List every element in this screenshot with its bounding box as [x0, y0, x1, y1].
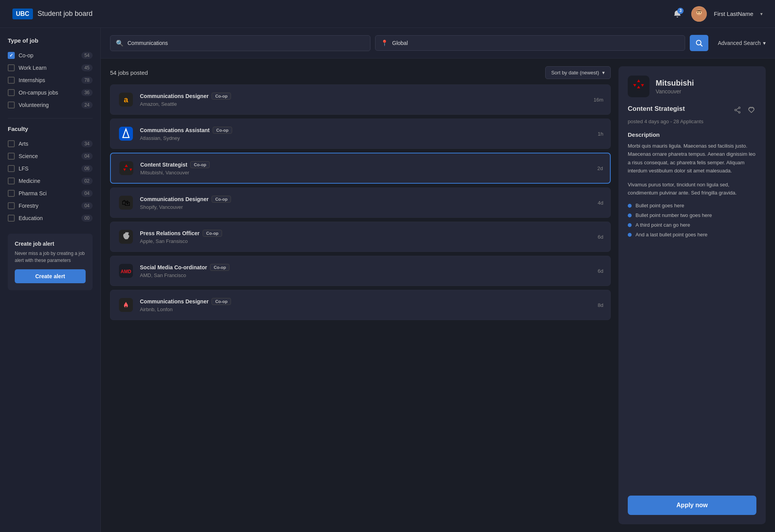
filter-count: 45: [81, 64, 93, 71]
filter-count: 36: [81, 89, 93, 96]
faculty-checkbox[interactable]: [8, 190, 15, 197]
sort-chevron: ▾: [602, 70, 605, 76]
job-card[interactable]: AMD Social Media Co-ordinator Co-op AMD,…: [110, 256, 611, 286]
faculty-checkbox[interactable]: [8, 202, 15, 209]
company-logo: [117, 125, 134, 142]
svg-line-30: [736, 110, 739, 112]
faculty-label: Education: [19, 215, 78, 221]
bullet-text: Bullet point goes here: [636, 203, 684, 208]
faculty-filter-item[interactable]: Education 00: [8, 212, 93, 224]
job-type-badge: Co-op: [212, 298, 231, 305]
job-list-header: 54 jobs posted Sort by date (newest) ▾: [110, 66, 611, 79]
job-card[interactable]: 🛍 Communications Designer Co-op Shopify,…: [110, 188, 611, 218]
job-alert-title: Create job alert: [15, 241, 86, 247]
job-company: Apple, San Fransisco: [140, 238, 592, 244]
create-alert-button[interactable]: Create alert: [15, 269, 86, 283]
job-type-badge: Co-op: [213, 127, 232, 134]
svg-marker-23: [633, 84, 636, 87]
job-time: 4d: [598, 200, 603, 206]
save-job-button[interactable]: [746, 105, 756, 117]
faculty-checkbox[interactable]: [8, 165, 15, 172]
job-company: Airbnb, Lonfon: [140, 306, 592, 312]
svg-text:AMD: AMD: [121, 269, 131, 274]
faculty-filter-item[interactable]: Science 04: [8, 150, 93, 162]
share-button[interactable]: [732, 105, 742, 117]
sort-dropdown[interactable]: Sort by date (newest) ▾: [545, 66, 611, 79]
type-filter-item[interactable]: Co-op 54: [8, 49, 93, 62]
apply-now-button[interactable]: Apply now: [628, 496, 756, 515]
svg-point-26: [739, 107, 740, 108]
type-filter-item[interactable]: Work Learn 45: [8, 62, 93, 74]
svg-point-27: [739, 112, 740, 113]
advanced-search-label: Advanced Search: [718, 40, 761, 46]
location-search-field[interactable]: 📍: [375, 35, 685, 51]
filter-checkbox[interactable]: [8, 77, 15, 84]
keyword-input[interactable]: [127, 40, 365, 46]
faculty-label: Forestry: [19, 203, 78, 209]
faculty-filter-item[interactable]: Medicine 02: [8, 175, 93, 187]
job-company: AMD, San Francisco: [140, 272, 592, 278]
job-card[interactable]: Press Relations Officer Co-op Apple, San…: [110, 222, 611, 252]
bullet-item: Bullet point number two goes here: [628, 212, 756, 218]
company-logo: [118, 160, 135, 177]
filter-checkbox[interactable]: [8, 52, 15, 59]
job-card-title: Social Media Co-ordinator Co-op: [140, 264, 592, 271]
job-info: Communications Designer Co-op Amazon, Se…: [140, 93, 588, 107]
company-logo: [117, 228, 134, 245]
detail-meta: posted 4 days ago - 28 Applicants: [628, 119, 756, 124]
job-title-text: Press Relations Officer: [140, 230, 200, 236]
company-logo: 🛍: [117, 194, 134, 211]
faculty-filters: Arts 34 Science 04 LFS 06 Medicine 02 Ph…: [8, 138, 93, 224]
faculty-checkbox[interactable]: [8, 153, 15, 160]
avatar[interactable]: [691, 6, 707, 22]
bullet-text: A third point can go here: [636, 222, 690, 228]
job-time: 8d: [598, 302, 603, 308]
keyword-search-field[interactable]: 🔍: [110, 35, 370, 51]
job-title-text: Social Media Co-ordinator: [140, 264, 207, 270]
faculty-checkbox[interactable]: [8, 215, 15, 222]
filter-label: Work Learn: [19, 65, 78, 71]
svg-marker-24: [641, 84, 644, 87]
job-alert-desc: Never miss a job by creating a job alert…: [15, 250, 86, 264]
bullet-dot: [628, 233, 632, 237]
job-title-text: Communications Assistant: [140, 127, 210, 133]
type-filter-item[interactable]: On-campus jobs 36: [8, 86, 93, 99]
type-filters: Co-op 54 Work Learn 45 Internships 78 On…: [8, 49, 93, 111]
job-card[interactable]: Content Strategist Co-op Mitsubishi, Van…: [110, 153, 611, 184]
job-card[interactable]: Communications Designer Co-op Airbnb, Lo…: [110, 290, 611, 320]
job-company: Mitsubishi, Vancouver: [140, 170, 592, 176]
svg-rect-11: [119, 161, 133, 175]
notification-bell[interactable]: 3: [670, 7, 684, 21]
filter-checkbox[interactable]: [8, 64, 15, 71]
faculty-checkbox[interactable]: [8, 177, 15, 184]
location-input[interactable]: [392, 40, 679, 46]
job-card[interactable]: Communications Assistant Co-op Atlassian…: [110, 119, 611, 149]
type-filter-item[interactable]: Volunteering 24: [8, 99, 93, 111]
user-menu-chevron[interactable]: ▾: [760, 11, 763, 17]
faculty-filter-item[interactable]: LFS 06: [8, 162, 93, 175]
job-info: Communications Assistant Co-op Atlassian…: [140, 127, 592, 141]
type-filter-item[interactable]: Internships 78: [8, 74, 93, 86]
job-alert-box: Create job alert Never miss a job by cre…: [8, 234, 93, 290]
svg-text:a: a: [124, 95, 128, 104]
filter-checkbox[interactable]: [8, 89, 15, 96]
detail-job-title: Content Strategist: [628, 105, 685, 113]
job-card[interactable]: a Communications Designer Co-op Amazon, …: [110, 84, 611, 115]
detail-desc-para1: Morbi quis mauris ligula. Maecenas sed f…: [628, 142, 756, 175]
search-button[interactable]: [690, 35, 708, 51]
filter-label: Internships: [19, 77, 78, 83]
detail-company-header: Mitsubishi Vancouver: [628, 76, 756, 97]
faculty-filter-item[interactable]: Pharma Sci 04: [8, 187, 93, 200]
filter-count: 78: [81, 77, 93, 84]
job-info: Content Strategist Co-op Mitsubishi, Van…: [140, 161, 592, 176]
faculty-checkbox[interactable]: [8, 140, 15, 147]
detail-company-location: Vancouver: [656, 88, 694, 95]
filter-checkbox[interactable]: [8, 102, 15, 108]
advanced-search[interactable]: Advanced Search ▾: [718, 40, 766, 46]
type-of-job-title: Type of job: [8, 37, 93, 44]
bullet-item: A third point can go here: [628, 222, 756, 228]
faculty-filter-item[interactable]: Forestry 04: [8, 200, 93, 212]
svg-point-3: [698, 12, 699, 13]
faculty-filter-item[interactable]: Arts 34: [8, 138, 93, 150]
job-info: Communications Designer Co-op Shopify, V…: [140, 196, 592, 210]
